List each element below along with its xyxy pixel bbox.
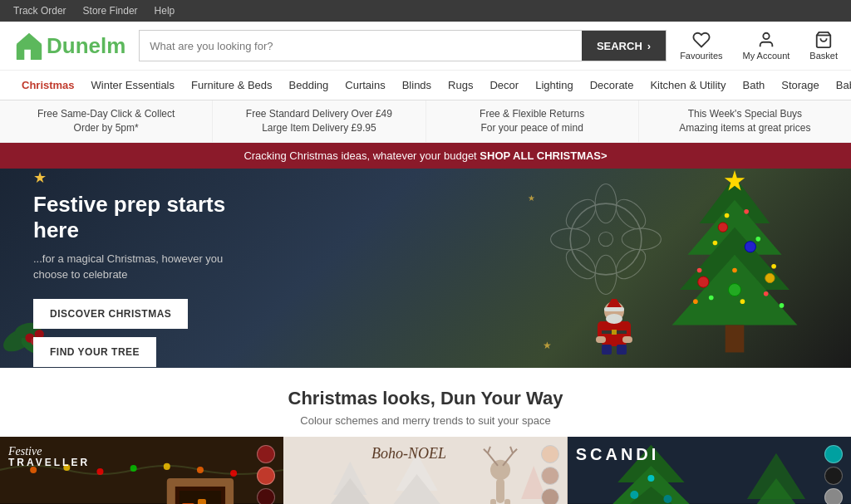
svg-point-65 xyxy=(164,462,170,469)
hero-title: Festive prep starts here xyxy=(33,192,249,243)
svg-rect-19 xyxy=(726,325,745,352)
nav-rugs[interactable]: Rugs xyxy=(440,71,481,100)
color-dot-dark-red xyxy=(257,445,275,463)
nav-bedding[interactable]: Bedding xyxy=(281,71,337,100)
svg-point-30 xyxy=(693,299,698,304)
svg-point-64 xyxy=(130,464,137,471)
svg-point-85 xyxy=(490,459,510,479)
scandi-colors xyxy=(824,445,843,504)
promo-bar: Cracking Christmas ideas, whatever your … xyxy=(0,143,851,169)
track-order-link[interactable]: Track Order xyxy=(13,5,66,17)
nav-decor[interactable]: Decor xyxy=(481,71,527,100)
svg-point-23 xyxy=(755,237,760,242)
svg-point-96 xyxy=(630,491,638,499)
header: Dunelm SEARCH › Favourites My Account xyxy=(0,22,851,71)
svg-point-34 xyxy=(745,241,755,252)
star-deco-3: ★ xyxy=(528,193,535,203)
color-dot-taupe xyxy=(541,488,559,504)
discover-christmas-button[interactable]: DISCOVER CHRISTMAS xyxy=(33,299,188,329)
nav-christmas[interactable]: Christmas xyxy=(13,71,83,100)
hero-content: ★ Festive prep starts here ...for a magi… xyxy=(0,169,283,368)
find-your-tree-button[interactable]: FIND YOUR TREE xyxy=(33,337,156,367)
nav-furniture[interactable]: Furniture & Beds xyxy=(183,71,281,100)
svg-point-52 xyxy=(606,314,622,324)
hero-buttons: DISCOVER CHRISTMAS FIND YOUR TREE xyxy=(33,299,249,367)
svg-point-28 xyxy=(764,291,769,296)
svg-rect-45 xyxy=(596,336,606,343)
search-button[interactable]: SEARCH › xyxy=(582,31,666,61)
svg-point-26 xyxy=(732,267,737,272)
person-icon xyxy=(757,31,775,49)
heart-icon xyxy=(692,31,711,49)
header-actions: Favourites My Account Basket xyxy=(680,31,838,61)
nav-bath[interactable]: Bath xyxy=(735,71,774,100)
style-card-scandi[interactable]: SCANDI xyxy=(568,437,851,504)
boho-noel-bg: Boho-NOEL xyxy=(283,437,567,504)
info-item-click-collect: Free Same-Day Click & Collect Order by 5… xyxy=(0,100,213,142)
nav-curtains[interactable]: Curtains xyxy=(337,71,393,100)
nav-storage[interactable]: Storage xyxy=(773,71,828,100)
info-item-special-buys: This Week's Special Buys Amazing items a… xyxy=(639,100,851,142)
basket-link[interactable]: Basket xyxy=(809,31,838,61)
svg-rect-46 xyxy=(622,336,632,343)
svg-rect-87 xyxy=(490,499,496,504)
boho-noel-label: Boho-NOEL xyxy=(283,445,534,462)
search-input[interactable] xyxy=(140,31,582,61)
svg-point-33 xyxy=(718,223,727,232)
nav-kitchen[interactable]: Kitchen & Utility xyxy=(642,71,734,100)
nav-bar: Christmas Winter Essentials Furniture & … xyxy=(0,71,851,100)
svg-point-98 xyxy=(647,475,654,482)
boho-noel-colors xyxy=(541,445,559,504)
info-bar: Free Same-Day Click & Collect Order by 5… xyxy=(0,100,851,143)
color-dot-black xyxy=(824,467,843,485)
color-dot-grey xyxy=(824,488,843,504)
favourites-link[interactable]: Favourites xyxy=(680,31,722,61)
store-finder-link[interactable]: Store Finder xyxy=(83,5,138,17)
svg-marker-1 xyxy=(17,33,42,44)
hero-section: ★ ★ ★ ★ Festive prep starts here ...for … xyxy=(0,169,851,368)
color-dot-red xyxy=(257,467,275,485)
svg-point-20 xyxy=(725,213,730,218)
svg-point-25 xyxy=(771,264,776,269)
nav-winter-essentials[interactable]: Winter Essentials xyxy=(83,71,183,100)
svg-rect-51 xyxy=(612,330,617,335)
svg-point-24 xyxy=(697,267,702,272)
svg-point-67 xyxy=(230,469,237,476)
svg-point-36 xyxy=(765,273,775,282)
help-link[interactable]: Help xyxy=(155,5,175,17)
style-card-festive-traveller[interactable]: Festive TRAVELLER xyxy=(0,437,283,504)
logo[interactable]: Dunelm xyxy=(13,30,125,61)
style-card-boho-noel[interactable]: Boho-NOEL xyxy=(283,437,567,504)
star-deco-2: ★ xyxy=(543,340,552,351)
color-dot-cream xyxy=(541,445,559,463)
color-dot-blush xyxy=(541,467,559,485)
my-account-label: My Account xyxy=(743,51,790,61)
svg-point-66 xyxy=(197,466,204,472)
nav-lighting[interactable]: Lighting xyxy=(527,71,582,100)
nav-baby-kids[interactable]: Baby & Kids xyxy=(828,71,851,100)
scandi-bg: SCANDI xyxy=(568,437,851,504)
svg-point-27 xyxy=(709,295,714,300)
svg-rect-48 xyxy=(604,307,624,311)
hero-star: ★ xyxy=(33,169,249,187)
color-dot-dark xyxy=(257,488,275,504)
svg-point-29 xyxy=(740,299,745,304)
info-item-delivery: Free Standard Delivery Over £49 Large It… xyxy=(213,100,426,142)
favourites-label: Favourites xyxy=(680,51,722,61)
basket-label: Basket xyxy=(809,51,838,61)
festive-traveller-label: Festive TRAVELLER xyxy=(8,445,90,469)
top-bar: Track Order Store Finder Help xyxy=(0,0,851,22)
promo-link[interactable]: SHOP ALL CHRISTMAS> xyxy=(480,149,607,162)
my-account-link[interactable]: My Account xyxy=(743,31,790,61)
svg-point-63 xyxy=(96,467,103,474)
svg-point-14 xyxy=(598,232,612,246)
christmas-looks-title: Christmas looks, Dun Your Way xyxy=(13,388,838,409)
festive-traveller-bg: Festive TRAVELLER xyxy=(0,437,283,504)
festive-traveller-colors xyxy=(257,445,275,504)
nav-decorate[interactable]: Decorate xyxy=(582,71,642,100)
svg-rect-86 xyxy=(496,478,504,503)
scandi-label: SCANDI xyxy=(576,445,660,464)
nav-blinds[interactable]: Blinds xyxy=(394,71,440,100)
svg-rect-2 xyxy=(24,50,31,60)
svg-rect-41 xyxy=(602,345,612,355)
